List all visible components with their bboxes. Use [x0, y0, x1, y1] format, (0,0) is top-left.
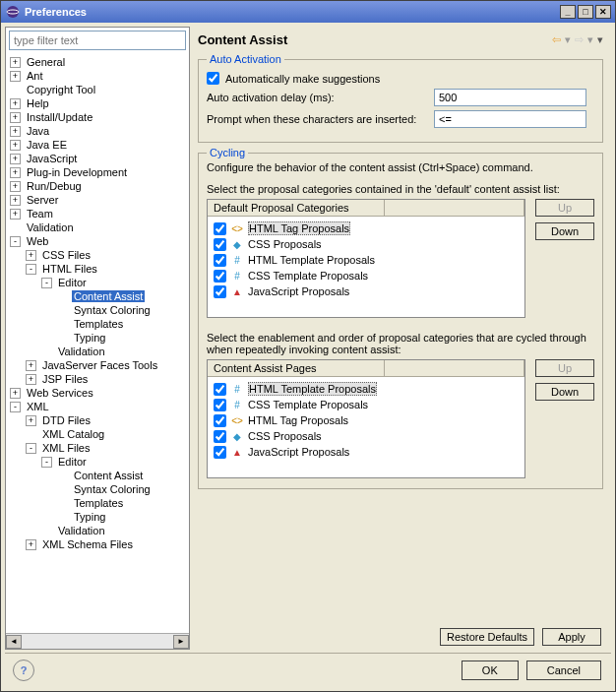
pages-down-button[interactable]: Down: [535, 383, 594, 401]
proposal-checkbox[interactable]: [214, 254, 226, 267]
default-proposals-table[interactable]: Default Proposal Categories <>HTML Tag P…: [207, 199, 525, 318]
proposal-checkbox[interactable]: [214, 399, 226, 411]
table-row[interactable]: #CSS Template Proposals: [210, 397, 523, 412]
tree-item[interactable]: +Install/Update: [6, 110, 189, 124]
tree-item[interactable]: Validation: [6, 524, 189, 537]
preferences-tree[interactable]: +General+AntCopyright Tool+Help+Install/…: [6, 53, 189, 633]
proposal-checkbox[interactable]: [214, 414, 226, 427]
tree-item[interactable]: +CSS Files: [6, 248, 189, 262]
close-button[interactable]: ✕: [595, 5, 611, 19]
tree-item[interactable]: Content Assist: [6, 469, 189, 482]
horizontal-scrollbar[interactable]: ◄ ►: [6, 633, 189, 649]
minimize-button[interactable]: _: [560, 5, 576, 19]
tree-item[interactable]: +JavaScript: [6, 152, 189, 165]
expand-icon[interactable]: +: [10, 112, 21, 123]
content-assist-pages-table[interactable]: Content Assist Pages #HTML Template Prop…: [207, 359, 525, 478]
ok-button[interactable]: OK: [462, 661, 519, 680]
delay-input[interactable]: [434, 89, 586, 106]
tree-item[interactable]: -Editor: [6, 455, 189, 469]
expand-icon[interactable]: +: [10, 388, 21, 399]
expand-icon[interactable]: +: [26, 415, 36, 426]
tree-item[interactable]: +Java EE: [6, 138, 189, 152]
tree-item[interactable]: +DTD Files: [6, 413, 189, 427]
tree-item[interactable]: +JSP Files: [6, 372, 189, 386]
tree-item[interactable]: +Server: [6, 193, 189, 207]
tree-item[interactable]: +JavaServer Faces Tools: [6, 358, 189, 372]
tree-item[interactable]: +Ant: [6, 69, 189, 83]
collapse-icon[interactable]: -: [10, 236, 21, 247]
tree-item[interactable]: +General: [6, 55, 189, 69]
collapse-icon[interactable]: -: [10, 402, 21, 412]
scroll-right-button[interactable]: ►: [173, 635, 189, 649]
tree-item[interactable]: -Editor: [6, 276, 189, 289]
titlebar[interactable]: Preferences _ □ ✕: [1, 1, 615, 23]
scroll-left-button[interactable]: ◄: [6, 635, 22, 649]
tree-item[interactable]: +Web Services: [6, 386, 189, 400]
forward-icon[interactable]: ⇨: [575, 33, 584, 46]
table-row[interactable]: ▲JavaScript Proposals: [210, 444, 523, 460]
scroll-track[interactable]: [22, 635, 173, 649]
tree-item[interactable]: +Run/Debug: [6, 179, 189, 193]
expand-icon[interactable]: +: [10, 140, 21, 151]
table-row[interactable]: #HTML Template Proposals: [210, 381, 523, 397]
help-icon[interactable]: ?: [13, 660, 34, 681]
proposal-checkbox[interactable]: [214, 446, 226, 459]
tree-item[interactable]: Templates: [6, 496, 189, 510]
tree-item[interactable]: Content Assist: [6, 289, 189, 303]
expand-icon[interactable]: +: [26, 360, 36, 371]
expand-icon[interactable]: +: [10, 195, 21, 206]
collapse-icon[interactable]: -: [26, 264, 36, 275]
back-icon[interactable]: ⇦: [552, 33, 561, 46]
tree-item[interactable]: Syntax Coloring: [6, 482, 189, 496]
tree-item[interactable]: Templates: [6, 317, 189, 331]
tree-item[interactable]: +Help: [6, 96, 189, 110]
expand-icon[interactable]: +: [26, 539, 36, 550]
filter-input[interactable]: [9, 31, 186, 50]
expand-icon[interactable]: +: [10, 209, 21, 220]
tree-item[interactable]: Syntax Coloring: [6, 303, 189, 317]
tree-item[interactable]: Validation: [6, 220, 189, 234]
table-row[interactable]: ▲JavaScript Proposals: [210, 283, 523, 299]
tree-item[interactable]: Copyright Tool: [6, 83, 189, 96]
table-row[interactable]: <>HTML Tag Proposals: [210, 412, 523, 428]
prompt-input[interactable]: [434, 110, 586, 128]
tree-item[interactable]: +Plug-in Development: [6, 165, 189, 179]
tree-item[interactable]: Typing: [6, 510, 189, 524]
tree-item[interactable]: +XML Schema Files: [6, 537, 189, 551]
tree-item[interactable]: -XML: [6, 400, 189, 413]
tree-item[interactable]: XML Catalog: [6, 427, 189, 441]
tree-item[interactable]: -HTML Files: [6, 262, 189, 276]
expand-icon[interactable]: +: [10, 181, 21, 192]
expand-icon[interactable]: +: [26, 374, 36, 385]
table-row[interactable]: #CSS Template Proposals: [210, 268, 523, 283]
proposal-checkbox[interactable]: [214, 238, 226, 251]
table-row[interactable]: ◆CSS Proposals: [210, 428, 523, 444]
tree-item[interactable]: -XML Files: [6, 441, 189, 455]
proposal-checkbox[interactable]: [214, 285, 226, 298]
tree-item[interactable]: +Team: [6, 207, 189, 220]
proposal-checkbox[interactable]: [214, 222, 226, 235]
defaults-up-button[interactable]: Up: [535, 199, 594, 217]
collapse-icon[interactable]: -: [41, 278, 52, 288]
proposal-checkbox[interactable]: [214, 430, 226, 443]
apply-button[interactable]: Apply: [542, 628, 601, 646]
expand-icon[interactable]: +: [10, 167, 21, 178]
cancel-button[interactable]: Cancel: [526, 661, 601, 680]
proposal-checkbox[interactable]: [214, 383, 226, 396]
view-menu-icon[interactable]: ▾: [597, 33, 603, 46]
expand-icon[interactable]: +: [10, 126, 21, 137]
tree-item[interactable]: Validation: [6, 345, 189, 358]
table-row[interactable]: <>HTML Tag Proposals: [210, 220, 523, 236]
tree-item[interactable]: +Java: [6, 124, 189, 138]
restore-defaults-button[interactable]: Restore Defaults: [440, 628, 534, 646]
expand-icon[interactable]: +: [26, 250, 36, 261]
expand-icon[interactable]: +: [10, 98, 21, 109]
tree-item[interactable]: Typing: [6, 331, 189, 345]
tree-item[interactable]: -Web: [6, 234, 189, 248]
auto-suggest-checkbox[interactable]: [207, 72, 219, 85]
table-row[interactable]: #HTML Template Proposals: [210, 252, 523, 268]
maximize-button[interactable]: □: [578, 5, 593, 19]
pages-up-button[interactable]: Up: [535, 359, 594, 377]
expand-icon[interactable]: +: [10, 57, 21, 68]
forward-menu-icon[interactable]: ▾: [587, 33, 593, 46]
